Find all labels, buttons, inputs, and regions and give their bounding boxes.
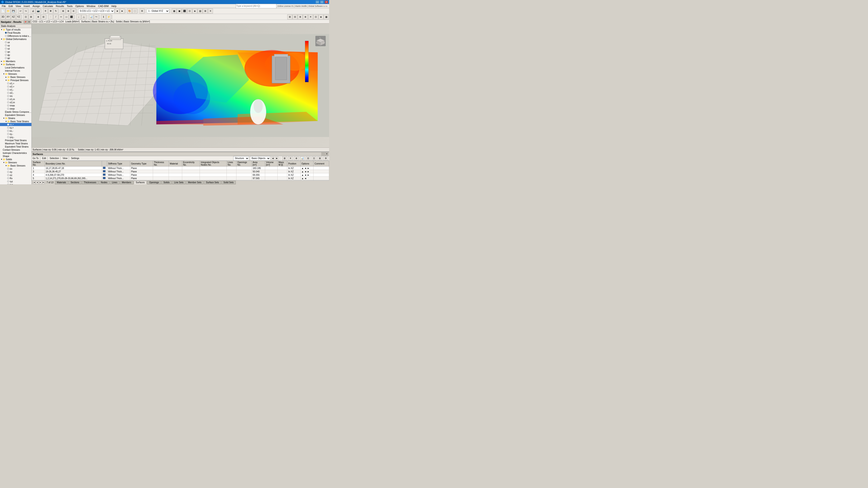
tree-ey-plus[interactable]: εy,+ [0,126,31,129]
tree-principal-stresses[interactable]: ▼ 📁 Principal Stresses [0,78,31,82]
tree-ex-minus[interactable]: εx,- [0,129,31,132]
tb-btn-b[interactable]: ▣ [177,8,182,13]
table-row[interactable]: 4 4-9,268,37-58,270 Without Thick... Pla… [32,173,329,177]
tree-rx[interactable]: Rx [0,177,31,180]
tree-s2p[interactable]: σ2,+ [0,85,31,88]
zoom-out-button[interactable]: ⊖ [71,8,76,13]
menu-help[interactable]: Help [110,4,118,8]
tree-local-deform[interactable]: Local Deformations [0,66,31,69]
zoom-in-button[interactable]: ⊕ [66,8,71,13]
filter-combo[interactable]: Structure [233,156,249,161]
menu-window[interactable]: Window [85,4,97,8]
tree-basic-stresses[interactable]: ► 📁 Basic Stresses [0,75,31,78]
col-material[interactable]: Material [169,161,182,166]
col-surface-no[interactable]: SurfaceNo. [32,161,45,166]
tree-s1p[interactable]: σ1,+ [0,82,31,85]
table-btn-6[interactable]: ⊡ [311,157,316,160]
tree-basic-total-strains[interactable]: ▼ 📁 Basic Total Strains [0,120,31,123]
rotate-button[interactable]: ↻ [53,8,58,13]
save-button[interactable]: 💾 [11,8,16,13]
tree-phiy[interactable]: φy [0,53,31,57]
snap-button[interactable]: ⊕ [36,14,41,20]
col-openings[interactable]: OpeningsNo. [236,161,252,166]
page-first-button[interactable]: |◄ [33,181,36,184]
redo-button[interactable]: ↪ [23,8,28,13]
tree-elastic-stress[interactable]: Elastic Stress Components [0,110,31,113]
minimize-button[interactable]: — [315,0,319,4]
filter-prev-button[interactable]: ◄ [271,157,274,160]
tree-internal-forces[interactable]: Internal Forces [0,69,31,72]
menu-edit[interactable]: Edit [7,4,14,8]
tree-solids[interactable]: ▼ 📁 Solids [0,158,31,161]
view-yz-button[interactable]: YZ [16,14,21,20]
page-last-button[interactable]: ►| [42,181,45,184]
tree-members[interactable]: ► 📁 Members [0,60,31,63]
viewport-3d[interactable]: 1.75,00 80.00 [32,24,329,148]
menu-cadbim[interactable]: CAD-BIM [97,4,110,8]
lc-prev-button[interactable]: ◄ [115,8,120,13]
tree-phiz[interactable]: φz [0,57,31,60]
page-next-button[interactable]: ► [39,181,42,184]
line-btn[interactable]: / [53,14,58,20]
tb-btn-c[interactable]: ⬛ [182,8,187,13]
table-btn-7[interactable]: ⊞ [317,157,322,160]
tab-surfaces[interactable]: Surfaces [134,181,147,184]
calc-btn[interactable]: ⚡ [106,14,111,20]
tb2-snap5[interactable]: ✕ [308,14,313,20]
tree-gamxy[interactable]: γxy,- [0,135,31,139]
tab-solid-sets[interactable]: Solid Sets [221,181,236,184]
lc-next-button[interactable]: ► [120,8,125,13]
tab-solids[interactable]: Solids [161,181,172,184]
col-boundary-lines[interactable]: Boundary Lines No. [44,161,102,166]
wire-button[interactable]: ⬚ [132,8,137,13]
move-button[interactable]: ✥ [48,8,53,13]
tab-nodes[interactable]: Nodes [99,181,110,184]
nav-close-button[interactable]: ✕ [27,21,31,24]
tb-btn-f[interactable]: ▨ [197,8,203,13]
col-position[interactable]: Position [287,161,301,166]
print-button[interactable]: 🖨 [31,8,35,13]
tb-btn-a[interactable]: ▦ [172,8,177,13]
nav-pin-button[interactable]: 📌 [24,21,27,24]
table-row[interactable]: 1 16,17,28,65-47,18 Without Thick... Pla… [32,166,329,170]
tb2-snap7[interactable]: ◈ [318,14,323,20]
col-volume[interactable]: Volume[m³] [265,161,277,166]
tree-tyz[interactable]: τyz [0,180,31,183]
col-area[interactable]: Area[m²] [252,161,265,166]
surface-btn[interactable]: ▭ [64,14,69,20]
tree-surfaces[interactable]: ▼ 📁 Surfaces [0,63,31,66]
tree-equiv-total[interactable]: Equivalent Total Strains [0,145,31,148]
table-btn-2[interactable]: ✕ [288,157,293,160]
tree-txz[interactable]: τxz [0,183,31,184]
col-nodes[interactable]: Integrated ObjectsNodes No. [200,161,227,166]
col-geometry[interactable]: Geometry Type [130,161,153,166]
col-thickness[interactable]: ThicknessNo. [153,161,169,166]
table-row[interactable]: 3 19-26,36-45,27 Without Thick... Plane [32,170,329,173]
tree-principal-total[interactable]: Principal Total Strains [0,139,31,142]
support-btn[interactable]: △ [81,14,86,20]
filter-next-button[interactable]: ► [275,157,278,160]
undo-button[interactable]: ↩ [18,8,23,13]
tree-seqv[interactable]: σeqv [0,107,31,110]
page-prev-button[interactable]: ◄ [36,181,39,184]
col-mass[interactable]: MassM [t] [278,161,287,166]
tb2-snap6[interactable]: ⊡ [313,14,318,20]
tb-btn-e[interactable]: ◈ [192,8,197,13]
menu-options[interactable]: Options [74,4,85,8]
tree-global-deform[interactable]: ▼ 📁 Global Deformations [0,37,31,41]
screenshot-button[interactable]: 📷 [36,8,41,13]
tree-sy[interactable]: σy [0,170,31,173]
filter-type-combo[interactable]: Basic Objects [250,156,270,161]
tab-members[interactable]: Members [120,181,133,184]
grid-button[interactable]: ⊟ [41,14,46,20]
tb2-snap8[interactable]: ▦ [324,14,329,20]
tree-max-total[interactable]: Maximum Total Strains [0,142,31,145]
tree-s2m2[interactable]: σ2,m [0,101,31,104]
new-button[interactable]: 📄 [0,8,5,13]
tb2-snap3[interactable]: ⊕ [298,14,303,20]
tree-contact-stress[interactable]: Contact Stresses [0,148,31,151]
tree-sz[interactable]: σz [0,173,31,177]
tree-shape[interactable]: Shape [0,155,31,158]
col-stiffness[interactable]: Stiffness Type [107,161,130,166]
table-row[interactable]: 5 1,2,14,271,270,65-28-33,66,69,262,265.… [32,177,329,180]
